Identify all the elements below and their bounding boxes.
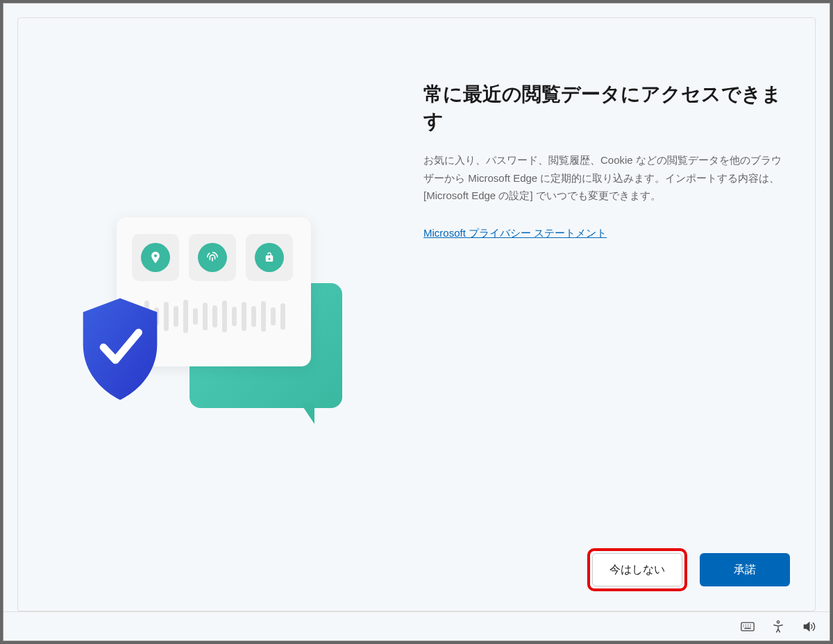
text-column: 常に最近の閲覧データにアクセスできます お気に入り、パスワード、閲覧履歴、Coo…	[416, 18, 815, 611]
content-area: 常に最近の閲覧データにアクセスできます お気に入り、パスワード、閲覧履歴、Coo…	[3, 3, 830, 611]
dialog-description: お気に入り、パスワード、閲覧履歴、Cookie などの閲覧データを他のブラウザー…	[423, 151, 787, 205]
dialog-title: 常に最近の閲覧データにアクセスできます	[423, 80, 787, 135]
svg-point-10	[777, 620, 779, 622]
privacy-statement-link[interactable]: Microsoft プライバシー ステートメント	[423, 227, 607, 239]
chat-bubble-tail	[301, 403, 314, 424]
illustration-column	[18, 18, 416, 611]
icon-box-lock	[246, 234, 293, 281]
location-pin-icon	[141, 243, 170, 272]
svg-marker-11	[804, 622, 809, 631]
dialog-panel: 常に最近の閲覧データにアクセスできます お気に入り、パスワード、閲覧履歴、Coo…	[17, 17, 816, 611]
shield-check-icon	[71, 294, 169, 405]
taskbar	[3, 611, 830, 641]
icon-row	[132, 234, 296, 281]
keyboard-icon[interactable]	[741, 620, 755, 634]
dialog-button-row: 今はしない 承諾	[587, 548, 790, 591]
lock-icon	[255, 243, 284, 272]
accept-button[interactable]: 承諾	[700, 553, 790, 586]
accessibility-icon[interactable]	[771, 620, 785, 634]
icon-box-location	[132, 234, 179, 281]
not-now-highlight: 今はしない	[587, 548, 687, 591]
fingerprint-icon	[198, 243, 227, 272]
not-now-button[interactable]: 今はしない	[592, 553, 682, 586]
privacy-illustration	[78, 210, 356, 446]
icon-box-fingerprint	[189, 234, 236, 281]
setup-window: 常に最近の閲覧データにアクセスできます お気に入り、パスワード、閲覧履歴、Coo…	[3, 3, 830, 641]
volume-icon[interactable]	[802, 620, 816, 634]
